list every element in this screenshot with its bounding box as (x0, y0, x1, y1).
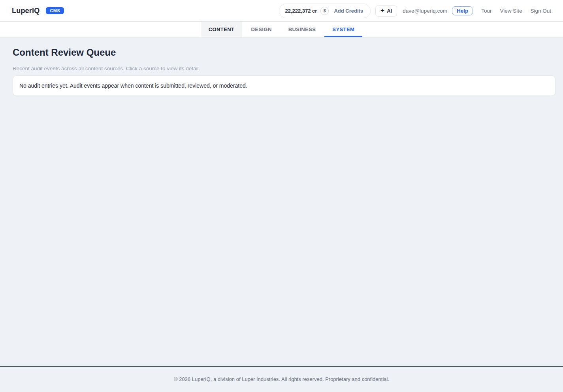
page-subtitle: Recent audit events across all content s… (13, 66, 555, 71)
tab-business[interactable]: BUSINESS (281, 22, 324, 37)
tab-system[interactable]: SYSTEM (324, 22, 362, 37)
main-content: Content Review Queue Recent audit events… (0, 38, 563, 366)
empty-state-message: No audit entries yet. Audit events appea… (19, 83, 247, 89)
user-email: dave@luperiq.com (403, 8, 447, 14)
ai-button-label: AI (387, 8, 392, 14)
ai-assistant-button[interactable]: ✦ AI (375, 5, 397, 17)
dollar-icon: $ (320, 7, 329, 15)
copyright-text: © 2026 LuperIQ, a division of Luper Indu… (174, 376, 389, 382)
brand-logo: LuperIQ (12, 7, 40, 15)
sign-out-link[interactable]: Sign Out (530, 8, 551, 14)
tab-content[interactable]: CONTENT (201, 22, 243, 37)
credits-pill: 22,222,372 cr $ Add Credits (279, 4, 371, 18)
app-header: LuperIQ CMS 22,222,372 cr $ Add Credits … (0, 0, 563, 22)
empty-state-card: No audit entries yet. Audit events appea… (13, 75, 555, 96)
page-footer: © 2026 LuperIQ, a division of Luper Indu… (0, 366, 563, 392)
page-title: Content Review Queue (13, 48, 555, 57)
tour-link[interactable]: Tour (481, 8, 491, 14)
credits-amount: 22,222,372 cr (285, 8, 317, 14)
primary-tabbar: CONTENT DESIGN BUSINESS SYSTEM (0, 22, 563, 38)
help-button[interactable]: Help (452, 6, 473, 15)
header-actions: 22,222,372 cr $ Add Credits ✦ AI dave@lu… (279, 4, 551, 18)
cms-badge: CMS (46, 7, 64, 14)
sparkle-icon: ✦ (380, 8, 384, 13)
view-site-link[interactable]: View Site (500, 8, 522, 14)
add-credits-button[interactable]: Add Credits (332, 8, 365, 14)
tab-design[interactable]: DESIGN (243, 22, 279, 37)
